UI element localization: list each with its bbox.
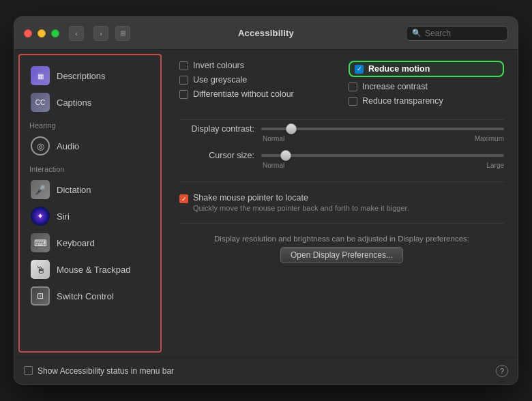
shake-mouse-row: ✓ Shake mouse pointer to locate Quickly … [179, 193, 504, 212]
back-button[interactable]: ‹ [69, 26, 84, 41]
use-greyscale-label: Use greyscale [193, 75, 247, 85]
minimize-button[interactable] [38, 29, 46, 38]
audio-icon: ◎ [31, 136, 50, 155]
shake-subtitle: Quickly move the mouse pointer back and … [193, 204, 409, 212]
show-status-label: Show Accessibility status in menu bar [38, 366, 174, 376]
siri-icon: ✦ [31, 207, 50, 226]
search-box: 🔍 [406, 26, 508, 41]
reduce-transparency-checkbox[interactable] [349, 97, 357, 106]
increase-contrast-checkbox[interactable] [349, 83, 357, 91]
display-contrast-label: Display contrast: [179, 124, 254, 134]
cursor-size-track [261, 154, 504, 157]
sidebar-item-descriptions[interactable]: ▦ Descriptions [24, 63, 156, 89]
cursor-size-section: Cursor size: Normal Large [179, 151, 504, 169]
cursor-size-thumb[interactable] [280, 150, 291, 161]
display-note: Display resolution and brightness can be… [179, 235, 504, 243]
differentiate-label: Differentiate without colour [193, 89, 294, 99]
shake-title: Shake mouse pointer to locate [193, 193, 409, 203]
show-status-checkbox[interactable] [24, 366, 33, 375]
cursor-size-max: Large [486, 162, 504, 169]
bottom-bar: Show Accessibility status in menu bar ? [14, 357, 518, 384]
sidebar: ▦ Descriptions CC Captions Hearing ◎ Aud… [18, 54, 162, 353]
use-greyscale-checkbox[interactable] [179, 76, 188, 85]
differentiate-checkbox[interactable] [179, 90, 188, 99]
reduce-motion-row: ✓ Reduce motion [349, 61, 504, 77]
window-title: Accessibility [238, 28, 294, 38]
help-button[interactable]: ? [496, 365, 508, 377]
main-content: ▦ Descriptions CC Captions Hearing ◎ Aud… [14, 50, 518, 357]
keyboard-icon: ⌨ [31, 233, 50, 252]
grid-button[interactable]: ⊞ [115, 26, 130, 41]
differentiate-without-colour-row: Differentiate without colour [179, 89, 335, 99]
dictation-icon: 🎤 [31, 180, 50, 199]
shake-text-block: Shake mouse pointer to locate Quickly mo… [193, 193, 409, 212]
cursor-size-range: Normal Large [263, 162, 504, 169]
options-grid: Invert colours Use greyscale Differentia… [179, 61, 504, 106]
display-contrast-max: Maximum [475, 135, 504, 143]
sidebar-item-label-audio: Audio [57, 141, 79, 151]
main-window: ‹ › ⊞ Accessibility 🔍 ▦ Descriptions CC … [14, 16, 518, 385]
sidebar-item-label-switch: Switch Control [57, 291, 114, 301]
descriptions-icon: ▦ [31, 66, 50, 85]
titlebar: ‹ › ⊞ Accessibility 🔍 [14, 17, 518, 50]
divider-2 [179, 181, 504, 182]
switch-control-icon: ⊡ [31, 286, 50, 306]
sidebar-item-switch-control[interactable]: ⊡ Switch Control [24, 283, 156, 309]
cursor-size-label: Cursor size: [179, 151, 254, 160]
sidebar-item-label-mouse: Mouse & Trackpad [57, 265, 130, 275]
sidebar-item-siri[interactable]: ✦ Siri [24, 203, 156, 229]
sidebar-item-label-siri: Siri [57, 211, 70, 222]
mouse-trackpad-icon: 🖱 [31, 260, 50, 279]
sidebar-item-label-dictation: Dictation [57, 185, 91, 195]
sidebar-item-label-keyboard: Keyboard [57, 238, 95, 248]
divider-1 [179, 119, 504, 120]
display-contrast-range: Normal Maximum [263, 135, 504, 143]
show-status-row: Show Accessibility status in menu bar [24, 366, 174, 376]
reduce-transparency-label: Reduce transparency [362, 96, 443, 106]
display-contrast-section: Display contrast: Normal Maximum [179, 124, 504, 143]
invert-colours-label: Invert colours [193, 61, 244, 70]
sidebar-item-mouse-trackpad[interactable]: 🖱 Mouse & Trackpad [24, 256, 156, 282]
shake-mouse-checkbox[interactable]: ✓ [179, 194, 188, 203]
divider-3 [179, 223, 504, 224]
sidebar-item-captions[interactable]: CC Captions [24, 89, 156, 115]
display-contrast-row: Display contrast: [179, 124, 504, 134]
sidebar-item-label-descriptions: Descriptions [57, 71, 106, 81]
right-panel: Invert colours Use greyscale Differentia… [166, 50, 518, 357]
sidebar-item-label-captions: Captions [57, 98, 91, 108]
invert-colours-row: Invert colours [179, 61, 335, 70]
sidebar-item-audio[interactable]: ◎ Audio [24, 133, 156, 159]
invert-colours-checkbox[interactable] [179, 61, 188, 70]
open-display-preferences-button[interactable]: Open Display Preferences... [280, 247, 403, 263]
forward-button[interactable]: › [93, 26, 108, 41]
cursor-size-row: Cursor size: [179, 151, 504, 160]
display-contrast-min: Normal [263, 135, 284, 143]
reduce-motion-checkbox[interactable]: ✓ [355, 65, 364, 74]
reduce-transparency-row: Reduce transparency [349, 96, 504, 106]
display-contrast-thumb[interactable] [286, 123, 297, 134]
section-interaction-header: Interaction [20, 160, 160, 176]
use-greyscale-row: Use greyscale [179, 75, 335, 85]
sidebar-item-dictation[interactable]: 🎤 Dictation [24, 177, 156, 203]
sidebar-item-keyboard[interactable]: ⌨ Keyboard [24, 230, 156, 256]
search-input[interactable] [425, 29, 502, 38]
close-button[interactable] [24, 29, 32, 38]
increase-contrast-label: Increase contrast [362, 82, 428, 91]
display-contrast-track [261, 128, 504, 130]
cursor-size-min: Normal [263, 162, 284, 169]
increase-contrast-row: Increase contrast [349, 82, 504, 91]
reduce-motion-label: Reduce motion [368, 64, 430, 74]
captions-icon: CC [31, 93, 50, 112]
section-hearing-header: Hearing [20, 116, 160, 132]
search-icon: 🔍 [412, 29, 422, 38]
maximize-button[interactable] [51, 29, 59, 38]
